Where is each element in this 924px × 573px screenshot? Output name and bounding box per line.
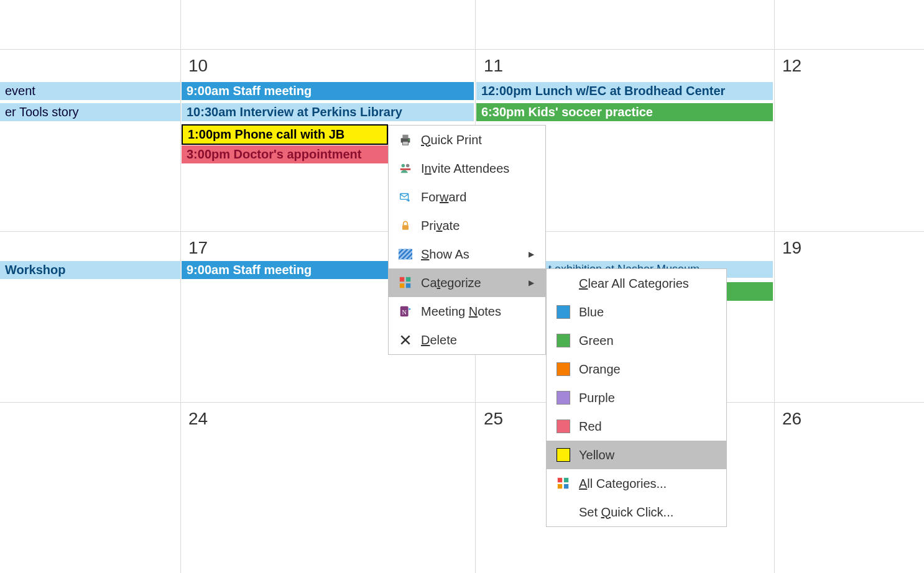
menu-item-private[interactable]: Private [389, 211, 545, 240]
day-number[interactable]: 11 [484, 56, 503, 76]
color-swatch-icon [557, 448, 570, 462]
calendar-event[interactable]: 9:00am Staff meeting [182, 261, 388, 279]
svg-rect-8 [402, 225, 409, 230]
categories-icon [553, 477, 574, 490]
day-number[interactable]: 10 [188, 56, 208, 76]
svg-rect-17 [564, 478, 568, 482]
svg-rect-19 [564, 484, 568, 488]
calendar-event[interactable]: er Tools story [0, 103, 180, 121]
submenu-label: Orange [579, 362, 715, 377]
submenu-set-quick-click[interactable]: Set Quick Click... [547, 498, 726, 526]
menu-label: Delete [421, 333, 534, 347]
forward-icon [395, 190, 416, 204]
svg-rect-18 [558, 484, 562, 488]
calendar-grid: 10 11 12 17 19 24 25 26 event er Tools s… [0, 0, 924, 573]
svg-rect-13 [406, 283, 410, 288]
menu-label: Categorize [421, 276, 507, 290]
categorize-submenu: Clear All Categories Blue Green Orange P… [546, 268, 727, 527]
menu-item-delete[interactable]: Delete [389, 326, 545, 354]
svg-rect-6 [400, 168, 411, 170]
svg-point-3 [408, 139, 409, 140]
submenu-clear-all[interactable]: Clear All Categories [547, 269, 726, 298]
calendar-event[interactable]: Workshop [0, 261, 180, 279]
submenu-label: Red [579, 419, 715, 434]
calendar-event[interactable]: 6:30pm Kids' soccer practice [476, 103, 773, 121]
calendar-event[interactable]: event [0, 82, 180, 100]
calendar-event-selected[interactable]: 1:00pm Phone call with JB [182, 124, 388, 145]
submenu-color-green[interactable]: Green [547, 326, 726, 355]
submenu-label: All Categories... [579, 477, 715, 491]
submenu-label: Green [579, 334, 715, 348]
calendar-event[interactable]: 12:00pm Lunch w/EC at Brodhead Center [476, 82, 773, 100]
submenu-label: Yellow [579, 448, 715, 462]
menu-label: Forward [421, 190, 534, 204]
menu-item-meeting-notes[interactable]: N Meeting Notes [389, 297, 545, 326]
svg-rect-16 [558, 478, 562, 482]
color-swatch-icon [557, 419, 570, 433]
day-number[interactable]: 12 [782, 56, 802, 76]
delete-icon [395, 334, 416, 346]
color-swatch-icon [557, 362, 570, 376]
calendar-event[interactable]: 3:00pm Doctor's appointment [182, 145, 388, 163]
calendar-event[interactable]: 9:00am Staff meeting [182, 82, 474, 100]
lock-icon [395, 219, 416, 232]
printer-icon [395, 133, 416, 147]
submenu-label: Set Quick Click... [579, 505, 715, 520]
menu-item-show-as[interactable]: Show As ▶ [389, 240, 545, 268]
day-number[interactable]: 17 [188, 238, 208, 258]
svg-rect-2 [402, 142, 408, 145]
day-number[interactable]: 24 [188, 409, 208, 429]
submenu-all-categories[interactable]: All Categories... [547, 469, 726, 498]
submenu-color-yellow[interactable]: Yellow [547, 441, 726, 469]
svg-rect-1 [402, 135, 408, 139]
menu-label: Private [421, 219, 534, 233]
submenu-label: Blue [579, 305, 715, 319]
menu-label: Meeting Notes [421, 305, 534, 319]
svg-point-4 [402, 164, 405, 168]
onenote-icon: N [395, 305, 416, 318]
menu-label: Show As [421, 247, 507, 262]
submenu-arrow-icon: ▶ [529, 250, 534, 259]
svg-point-5 [406, 164, 410, 168]
submenu-label: Clear All Categories [579, 277, 715, 291]
calendar-event[interactable] [726, 282, 773, 301]
menu-item-invite-attendees[interactable]: Invite Attendees [389, 154, 545, 183]
busy-icon [395, 249, 416, 260]
submenu-color-purple[interactable]: Purple [547, 383, 726, 412]
menu-label: Quick Print [421, 133, 534, 147]
color-swatch-icon [557, 334, 570, 347]
menu-item-categorize[interactable]: Categorize ▶ [389, 268, 545, 297]
svg-text:N: N [402, 309, 407, 316]
submenu-arrow-icon: ▶ [529, 278, 534, 287]
color-swatch-icon [557, 391, 570, 405]
color-swatch-icon [557, 305, 570, 319]
svg-rect-12 [400, 283, 404, 288]
menu-item-quick-print[interactable]: Quick Print [389, 126, 545, 154]
categories-icon [395, 276, 416, 290]
day-number[interactable]: 19 [782, 238, 802, 258]
menu-label: Invite Attendees [421, 162, 534, 176]
menu-item-forward[interactable]: Forward [389, 183, 545, 211]
day-number[interactable]: 26 [782, 409, 802, 429]
submenu-color-blue[interactable]: Blue [547, 298, 726, 326]
svg-rect-10 [400, 277, 404, 282]
attendees-icon [395, 162, 416, 175]
submenu-color-orange[interactable]: Orange [547, 355, 726, 383]
calendar-event[interactable]: 10:30am Interview at Perkins Library [182, 103, 474, 121]
context-menu: Quick Print Invite Attendees Forward Pri… [388, 125, 546, 355]
submenu-color-red[interactable]: Red [547, 412, 726, 441]
svg-rect-7 [400, 194, 409, 199]
svg-rect-11 [406, 277, 410, 282]
submenu-label: Purple [579, 391, 715, 405]
day-number[interactable]: 25 [484, 409, 503, 429]
